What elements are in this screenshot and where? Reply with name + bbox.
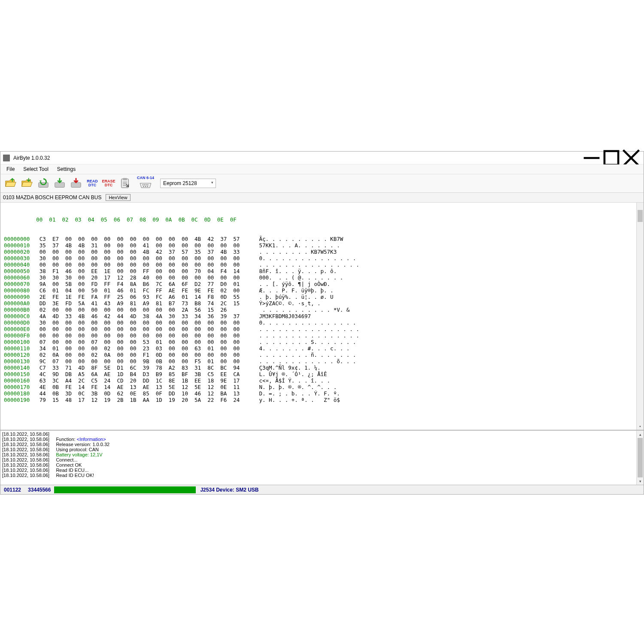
hex-row: 00000160 63 3C A4 2C C5 24 CD 20 DD 1C 8… (4, 377, 640, 384)
log-line: [18.10.2022, 10.58.06] Read ID ECU OK! (2, 473, 642, 478)
hex-row: 00000080 C6 01 04 00 50 01 46 01 FC FF A… (4, 287, 640, 294)
log-line: [18.10.2022, 10.58.06] Release version: … (2, 442, 642, 447)
status-code-1: 001122 (0, 487, 24, 493)
eeprom-dropdown[interactable]: Eeprom 25128 (160, 179, 216, 188)
log-line: [18.10.2022, 10.58.06] Connect OK (2, 462, 642, 468)
reload-button[interactable] (36, 176, 51, 191)
app-window: AirByte 1.0.0.32 File Select Tool Settin… (0, 151, 644, 495)
toolbar: READ DTC ERASE DTC CAN 6-14 Eeprom 25128 (0, 174, 644, 193)
hex-row: 00000110 34 01 00 00 00 02 00 00 23 03 0… (4, 345, 640, 352)
statusbar: 001122 33445566 J2534 Device: SM2 USB (0, 485, 644, 494)
log-line: [18.10.2022, 10.58.06] Using protocol: C… (2, 447, 642, 452)
hex-header: 00 01 02 03 04 05 06 07 08 09 0A 0B 0C 0… (4, 216, 640, 223)
hex-row: 00000040 00 00 00 00 00 00 00 00 00 00 0… (4, 261, 640, 268)
can-label: CAN 6-14 (137, 176, 154, 180)
secondary-bar: 0103 MAZDA BOSCH EEPROM CAN BUS HexView (0, 193, 644, 203)
hex-row: 00000070 9A 00 5B 00 FD FF F4 8A B6 7C 6… (4, 281, 640, 287)
hexview-button[interactable]: HexView (106, 194, 130, 201)
maximize-button[interactable] (601, 152, 621, 164)
log-scrollbar[interactable]: ▴ ▾ (636, 431, 644, 485)
scroll-down-icon[interactable]: ▾ (637, 477, 644, 485)
hex-row: 00000010 35 37 4B 4B 31 00 00 00 41 00 0… (4, 242, 640, 249)
status-device: J2534 Device: SM2 USB (196, 487, 263, 493)
save-file-button[interactable] (19, 176, 35, 191)
menu-select-tool[interactable]: Select Tool (20, 165, 52, 173)
hex-row: 000000F0 00 00 00 00 00 00 00 00 00 00 0… (4, 332, 640, 339)
read-dtc-button[interactable]: READ DTC (85, 176, 100, 191)
hex-row: 00000000 C3 E7 00 00 00 00 00 00 00 00 0… (4, 236, 640, 242)
device-description: 0103 MAZDA BOSCH EEPROM CAN BUS (3, 194, 101, 200)
close-button[interactable] (621, 152, 641, 164)
hex-row: 00000190 79 15 48 17 12 19 2B 1B AA 1D 1… (4, 397, 640, 403)
menu-settings[interactable]: Settings (54, 165, 79, 173)
svg-rect-1 (605, 151, 618, 164)
hex-row: 00000170 4E 0B FE 14 FE 14 AE 13 AE 13 5… (4, 384, 640, 390)
write-red-button[interactable] (68, 176, 84, 191)
hex-row: 000000A0 DD 3E FD 5A 41 43 A9 81 A9 81 B… (4, 300, 640, 307)
titlebar: AirByte 1.0.0.32 (0, 152, 644, 164)
log-line: [18.10.2022, 10.58.06] Connect... (2, 457, 642, 462)
svg-point-12 (143, 184, 143, 185)
log-panel: [18.10.2022, 10.58.06] [18.10.2022, 10.5… (0, 430, 644, 485)
hex-row: 000000E0 00 00 00 00 00 00 00 00 00 00 0… (4, 326, 640, 332)
hex-row: 000000B0 02 00 00 00 00 00 00 00 00 00 0… (4, 307, 640, 313)
hex-row: 00000090 2E FE 1E FE FA FF 25 06 93 FC A… (4, 294, 640, 300)
scroll-up-icon[interactable]: ▴ (637, 431, 644, 438)
hex-row: 00000130 9C 07 00 00 00 00 00 00 9B 0B 0… (4, 358, 640, 365)
log-line: [18.10.2022, 10.58.06] Battery voltage: … (2, 452, 642, 457)
hex-row: 000000C0 4A 4D 33 4B 46 42 44 4D 38 4A 3… (4, 313, 640, 319)
menu-file[interactable]: File (3, 165, 18, 173)
write-button[interactable] (52, 176, 67, 191)
hex-row: 00000050 38 F1 46 00 EE 1E 00 00 FF 00 0… (4, 268, 640, 274)
hex-row: 00000020 00 00 00 00 00 00 00 00 4B 42 3… (4, 249, 640, 255)
log-line: [18.10.2022, 10.58.06] Function: <Inform… (2, 437, 642, 442)
hex-row: 00000120 02 0A 00 00 02 0A 00 00 F1 0D 0… (4, 352, 640, 358)
svg-point-14 (146, 184, 146, 185)
hex-row: 00000140 C7 33 71 4D 8F 5E D1 6C 39 78 A… (4, 365, 640, 371)
can-connector-button[interactable]: CAN 6-14 (134, 176, 158, 191)
svg-point-17 (145, 186, 146, 187)
progress-bar (54, 486, 196, 493)
svg-point-18 (147, 186, 148, 187)
window-title: AirByte 1.0.0.32 (13, 155, 582, 161)
hex-scrollbar[interactable]: ▴ ▾ (636, 203, 644, 430)
svg-point-16 (143, 186, 144, 187)
hex-row: 00000180 44 0B 3D 0C 3B 0D 62 0E 85 0F D… (4, 390, 640, 397)
menubar: File Select Tool Settings (0, 164, 644, 174)
app-icon (3, 155, 10, 161)
hex-row: 00000030 30 00 00 00 00 00 00 00 00 00 0… (4, 255, 640, 261)
minimize-button[interactable] (582, 152, 601, 164)
svg-point-15 (147, 184, 148, 185)
svg-rect-8 (123, 178, 127, 180)
hex-row: 000000D0 30 00 00 00 00 00 00 00 00 00 0… (4, 319, 640, 326)
svg-point-13 (144, 184, 145, 185)
open-file-button[interactable] (3, 176, 18, 191)
clipboard-button[interactable] (117, 176, 133, 191)
scroll-down-icon[interactable]: ▾ (637, 422, 644, 430)
erase-dtc-button[interactable]: ERASE DTC (101, 176, 116, 191)
log-line: [18.10.2022, 10.58.06] (2, 431, 642, 437)
log-line: [18.10.2022, 10.58.06] Read ID ECU... (2, 468, 642, 473)
status-code-2: 33445566 (24, 487, 54, 493)
hex-viewer: 00 01 02 03 04 05 06 07 08 09 0A 0B 0C 0… (0, 203, 644, 430)
hex-row: 00000100 07 00 00 00 07 00 00 00 53 01 0… (4, 339, 640, 345)
eeprom-dropdown-value: Eeprom 25128 (163, 180, 197, 186)
hex-row: 00000150 4C 9D DB A5 6A AE 1D B4 D3 B9 8… (4, 371, 640, 377)
hex-row: 00000060 30 30 30 00 20 17 12 28 40 00 0… (4, 274, 640, 281)
